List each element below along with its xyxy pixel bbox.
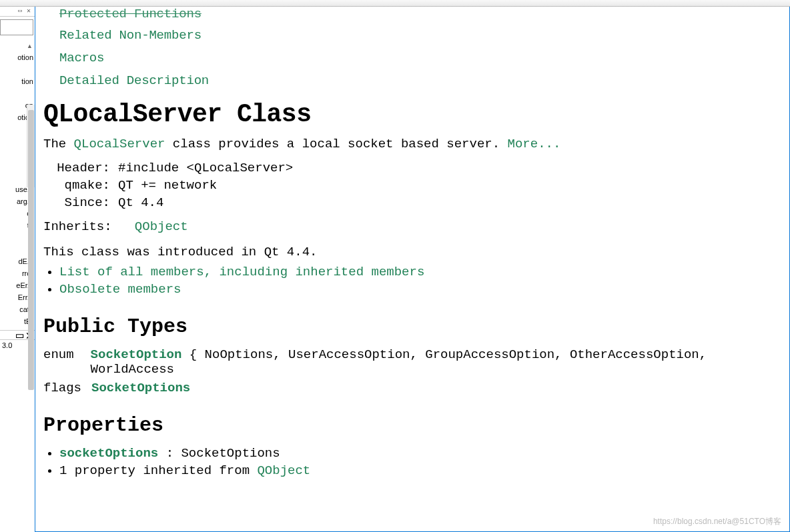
property-type: : SocketOptions bbox=[158, 446, 280, 461]
scrollbar-thumb[interactable] bbox=[28, 110, 34, 390]
sidebar-panel-header: ▭ ✕ bbox=[0, 7, 35, 17]
page-title: QLocalServer Class bbox=[43, 100, 784, 129]
property-inherited-item: 1 property inherited from QObject bbox=[59, 463, 784, 478]
class-summary: The QLocalServer class provides a local … bbox=[43, 137, 784, 151]
close-icon[interactable]: ✕ bbox=[27, 8, 33, 15]
summary-pre: The bbox=[43, 137, 74, 151]
flags-key: flags bbox=[43, 381, 91, 395]
sidebar-scrollbar[interactable] bbox=[27, 105, 35, 187]
undock-icon[interactable]: ▭ bbox=[18, 8, 25, 15]
toc-detailed-description[interactable]: Detailed Description bbox=[59, 73, 784, 88]
property-name-link[interactable]: socketOptions bbox=[59, 446, 158, 461]
info-qmake-val: QT += network bbox=[118, 178, 217, 193]
info-since-val: Qt 4.4 bbox=[118, 195, 163, 210]
inherits-row: Inherits: QObject bbox=[43, 219, 784, 234]
properties-list: socketOptions : SocketOptions 1 property… bbox=[45, 446, 784, 478]
toolbar bbox=[0, 0, 790, 7]
property-item: socketOptions : SocketOptions bbox=[59, 446, 784, 461]
summary-more-link[interactable]: More... bbox=[508, 137, 561, 151]
info-header-key: Header: bbox=[51, 161, 118, 175]
public-types-table: enum SocketOption { NoOptions, UserAcces… bbox=[43, 347, 784, 395]
enum-name-link[interactable]: SocketOption bbox=[91, 347, 182, 362]
flags-val: SocketOptions bbox=[91, 381, 190, 395]
nav-gap bbox=[0, 87, 35, 99]
watermark: https://blog.csdn.net/a@51CTO博客 bbox=[653, 516, 781, 527]
flags-name-link[interactable]: SocketOptions bbox=[91, 381, 190, 395]
enum-key: enum bbox=[43, 347, 91, 377]
member-links-list: List of all members, including inherited… bbox=[45, 265, 784, 297]
enum-val: SocketOption { NoOptions, UserAccessOpti… bbox=[91, 347, 784, 377]
public-types-heading: Public Types bbox=[43, 315, 784, 338]
nav-gap bbox=[0, 63, 35, 75]
toc-related-non-members[interactable]: Related Non-Members bbox=[59, 28, 784, 43]
info-qmake-key: qmake: bbox=[51, 178, 118, 193]
property-inherited-pre: 1 property inherited from bbox=[59, 463, 257, 478]
enum-values: { NoOptions, UserAccessOption, GroupAcce… bbox=[91, 347, 707, 377]
info-table: Header: #include <QLocalServer> qmake: Q… bbox=[51, 161, 784, 210]
info-since-key: Since: bbox=[51, 195, 118, 210]
toc-protected-functions[interactable]: Protected Functions bbox=[59, 7, 784, 21]
main-content: Protected Functions Related Non-Members … bbox=[35, 7, 790, 532]
undock-icon[interactable]: ▭ bbox=[16, 327, 23, 343]
scroll-up-icon[interactable]: ▲ bbox=[27, 43, 33, 49]
properties-heading: Properties bbox=[43, 414, 784, 437]
obsolete-members-link[interactable]: Obsolete members bbox=[59, 282, 181, 297]
sidebar-search-input[interactable] bbox=[0, 19, 33, 35]
nav-item[interactable]: tion bbox=[0, 75, 35, 87]
summary-class-link[interactable]: QLocalServer bbox=[74, 137, 165, 151]
table-of-contents: Protected Functions Related Non-Members … bbox=[43, 7, 784, 88]
introduced-note: This class was introduced in Qt 4.4. bbox=[43, 245, 784, 259]
inherits-label: Inherits: bbox=[43, 219, 112, 234]
summary-post: class provides a local socket based serv… bbox=[173, 137, 508, 151]
info-header-val: #include <QLocalServer> bbox=[118, 161, 293, 175]
toc-macros[interactable]: Macros bbox=[59, 51, 784, 65]
nav-item[interactable]: otion bbox=[0, 51, 35, 63]
layout: ▭ ✕ ▲ otion tion on otion e e r use... a… bbox=[0, 7, 790, 532]
sidebar: ▭ ✕ ▲ otion tion on otion e e r use... a… bbox=[0, 7, 35, 532]
all-members-link[interactable]: List of all members, including inherited… bbox=[59, 265, 424, 279]
inherits-link[interactable]: QObject bbox=[135, 219, 188, 234]
property-inherited-link[interactable]: QObject bbox=[257, 463, 310, 478]
